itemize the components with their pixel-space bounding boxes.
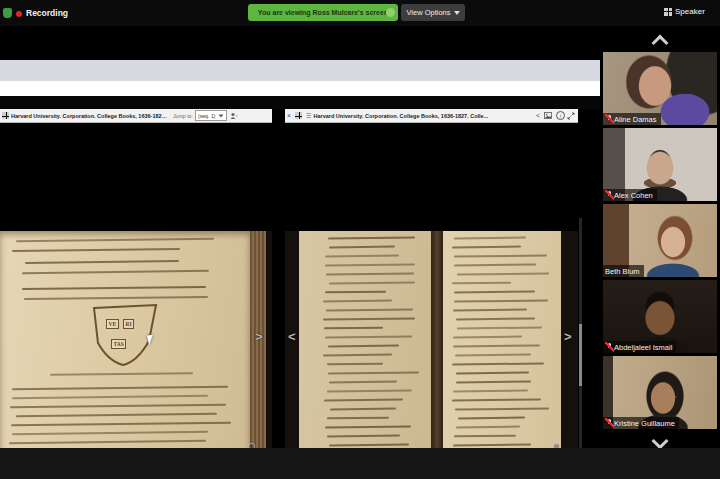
participant-name-badge: Aline Damas: [603, 113, 661, 125]
mic-muted-icon: [605, 115, 612, 124]
book-edge: [250, 231, 266, 477]
fullscreen-icon[interactable]: [567, 112, 575, 120]
image-view-icon[interactable]: [544, 112, 552, 119]
next-page-chevron[interactable]: >: [564, 329, 572, 344]
chevron-down-icon: [218, 114, 223, 117]
browser-tab-strip: d Mirador Viewer × E Epidemic - Influenz…: [0, 60, 600, 81]
view-options-label: View Options: [406, 8, 450, 17]
manuscript-text-lines: [18, 261, 234, 281]
right-panel-canvas[interactable]: < >: [285, 231, 578, 477]
shield-letters-ve: VE: [106, 319, 119, 329]
participant-name-badge: Beth Blum: [603, 265, 644, 277]
jump-to-select[interactable]: (seq. 1): [195, 110, 227, 121]
user-menu-icon[interactable]: [230, 112, 238, 120]
chevron-down-icon: [454, 11, 460, 15]
window-menu-icon[interactable]: [2, 112, 9, 119]
jump-to-label: Jump to:: [173, 113, 193, 119]
right-panel-title: Harvard University. Corporation. College…: [313, 113, 488, 119]
mirador-toolbar: HARVARD LIBRARY VIEWER Search A View Tex…: [0, 96, 600, 109]
mic-muted-icon: [605, 343, 612, 352]
mic-muted-icon: [605, 191, 612, 200]
gallery-view-icon[interactable]: [295, 112, 302, 119]
grid-view-icon: [664, 8, 672, 16]
participant-video-aline-damas[interactable]: Aline Damas: [603, 52, 717, 125]
left-panel-title: Harvard University. Corporation. College…: [11, 113, 169, 119]
participant-video-strip: Aline Damas Alex Cohen Beth Blum Abdelja…: [600, 26, 720, 448]
participant-video-beth-blum[interactable]: Beth Blum: [603, 204, 717, 277]
manuscript-name-column: [323, 237, 425, 477]
speaker-view-toggle[interactable]: Speaker: [664, 7, 705, 16]
browser-address-bar: ↻ iiif.lib.harvard.edu/manifests/view/dr…: [0, 81, 600, 97]
shield-letters-ri: RI: [123, 319, 134, 329]
manuscript-text-lines: [48, 373, 206, 383]
participant-video-alex-cohen[interactable]: Alex Cohen: [603, 128, 717, 201]
recording-dot-icon: [16, 11, 22, 17]
left-panel-header: Harvard University. Corporation. College…: [0, 109, 272, 123]
next-page-chevron[interactable]: >: [255, 329, 263, 344]
manuscript-name-column: [451, 237, 553, 477]
shield-letters-tas: TAS: [111, 339, 126, 349]
participant-name-badge: Alex Cohen: [603, 189, 657, 201]
participant-name-badge: Kristine Guillaume: [603, 417, 679, 429]
participant-name-badge: Abdeljaleel Ismail: [603, 341, 676, 353]
participant-video-kristine-guillaume[interactable]: Kristine Guillaume: [603, 356, 717, 429]
close-panel-icon[interactable]: ×: [287, 112, 291, 119]
manuscript-text-lines: [9, 387, 243, 450]
mic-muted-icon: [605, 419, 612, 428]
previous-page-chevron[interactable]: <: [288, 329, 296, 344]
mirador-workspace: Harvard University. Corporation. College…: [0, 109, 600, 413]
left-panel-canvas[interactable]: VE RI TAS >: [0, 231, 272, 477]
view-options-button[interactable]: View Options: [401, 4, 465, 21]
manuscript-text-lines: [10, 239, 236, 259]
participant-video-abdeljaleel-ismail[interactable]: Abdeljaleel Ismail: [603, 280, 717, 353]
right-panel-header: × ☰ Harvard University. Corporation. Col…: [285, 109, 578, 123]
zoom-top-bar: Recording You are viewing Ross Mulcare's…: [0, 0, 720, 26]
zoom-meeting-window: Recording You are viewing Ross Mulcare's…: [0, 0, 720, 479]
list-view-icon[interactable]: ☰: [306, 112, 311, 119]
share-icon[interactable]: <: [536, 112, 540, 119]
encryption-shield-icon: [3, 8, 12, 18]
speaker-label: Speaker: [675, 7, 705, 16]
info-icon[interactable]: i: [556, 111, 565, 120]
screen-share-banner: You are viewing Ross Mulcare's screen: [248, 4, 398, 21]
screen-share-banner-text: You are viewing Ross Mulcare's screen: [258, 9, 388, 16]
zoom-bottom-toolbar: e Start Video Invite 19 Participants Sha…: [0, 448, 720, 479]
shield-icon: [386, 8, 395, 17]
collapse-strip-chevron[interactable]: [652, 32, 668, 48]
vertical-scrollbar-thumb[interactable]: [579, 324, 582, 386]
recording-label: Recording: [26, 8, 68, 18]
book-gutter: [431, 231, 443, 477]
